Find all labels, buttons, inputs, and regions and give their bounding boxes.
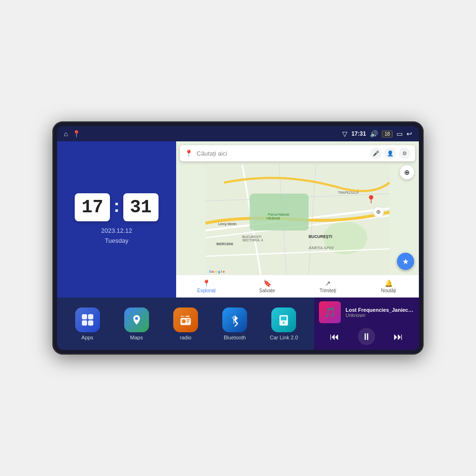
music-title: Lost Frequencies_Janieck Devy-...	[346, 307, 414, 313]
maps-status-icon[interactable]: 📍	[72, 130, 80, 138]
map-search-actions: 🎤 👤 ⚙	[370, 148, 410, 159]
svg-text:o: o	[215, 269, 218, 274]
apps-icon	[75, 307, 100, 332]
status-time: 17:31	[351, 130, 366, 137]
svg-text:BUCUREȘTI: BUCUREȘTI	[242, 235, 261, 239]
app-item-carlink[interactable]: Car Link 2.0	[268, 307, 299, 340]
more-btn[interactable]: ⚙	[399, 148, 410, 159]
svg-text:l: l	[221, 269, 222, 274]
app-item-apps[interactable]: Apps	[72, 307, 103, 340]
svg-text:ᛒ: ᛒ	[232, 315, 237, 325]
map-bottom-nav: 📍 Explorați 🔖 Salvate ↗ Trimiteți 🔔	[176, 275, 419, 298]
radio-icon: FM	[173, 307, 198, 332]
saved-label: Salvate	[259, 288, 275, 293]
maps-label: Maps	[130, 335, 143, 340]
signal-icon: ▽	[342, 130, 347, 138]
app-item-bluetooth[interactable]: ᛒ Bluetooth	[219, 307, 250, 340]
top-row: 17 : 31 2023.12.12 Tuesday 📍 Căutați aic…	[57, 141, 419, 298]
device-screen: ⌂ 📍 ▽ 17:31 🔊 18 ▭ ↩ 17 :	[57, 126, 419, 350]
account-btn[interactable]: 👤	[385, 148, 396, 159]
device-frame: ⌂ 📍 ▽ 17:31 🔊 18 ▭ ↩ 17 :	[52, 121, 424, 355]
music-info: Lost Frequencies_Janieck Devy-... Unknow…	[346, 307, 414, 318]
map-location-btn[interactable]: ★	[397, 253, 414, 270]
svg-point-33	[135, 317, 138, 320]
map-search-bar[interactable]: 📍 Căutați aici 🎤 👤 ⚙	[180, 145, 415, 161]
map-content-area: Parcul Natural Văcărești BERCENI BUCUREȘ…	[176, 164, 419, 275]
clock-display: 17 : 31	[75, 193, 158, 221]
radio-label: radio	[180, 335, 191, 340]
battery-icon: ▭	[397, 130, 403, 138]
svg-text:TRAPEZULUI: TRAPEZULUI	[338, 191, 358, 194]
bluetooth-label: Bluetooth	[224, 335, 246, 340]
svg-rect-36	[187, 319, 190, 320]
map-svg: Parcul Natural Văcărești BERCENI BUCUREȘ…	[176, 164, 419, 275]
saved-icon: 🔖	[263, 279, 271, 287]
status-bar: ⌂ 📍 ▽ 17:31 🔊 18 ▭ ↩	[57, 126, 419, 141]
map-nav-news[interactable]: 🔔 Noutăți	[358, 279, 419, 293]
map-compass-btn[interactable]: ⊕	[400, 165, 414, 179]
music-artist: Unknown	[346, 313, 414, 318]
svg-text:FM: FM	[182, 315, 186, 317]
main-content: 17 : 31 2023.12.12 Tuesday 📍 Căutați aic…	[57, 141, 419, 350]
svg-text:Văcărești: Văcărești	[266, 217, 280, 220]
map-nav-send[interactable]: ↗ Trimiteți	[298, 279, 358, 293]
explore-label: Explorați	[197, 288, 216, 293]
svg-text:G: G	[209, 269, 212, 274]
bluetooth-icon: ᛒ	[222, 307, 247, 332]
bottom-row: Apps Maps	[57, 298, 419, 350]
news-icon: 🔔	[385, 279, 393, 287]
battery-level: 18	[382, 130, 393, 138]
app-item-maps[interactable]: Maps	[121, 307, 152, 340]
clock-minute: 31	[123, 193, 159, 221]
apps-label: Apps	[81, 335, 93, 340]
svg-text:o: o	[212, 269, 215, 274]
carlink-icon	[271, 307, 296, 332]
prev-button[interactable]: ⏮	[326, 328, 343, 345]
app-item-radio[interactable]: FM radio	[170, 307, 201, 340]
news-label: Noutăți	[381, 288, 396, 293]
svg-text:Leroy Merlin: Leroy Merlin	[218, 222, 237, 226]
status-right-info: ▽ 17:31 🔊 18 ▭ ↩	[342, 130, 412, 138]
svg-rect-9	[249, 194, 308, 230]
volume-icon[interactable]: 🔊	[370, 130, 378, 138]
svg-point-35	[182, 319, 186, 323]
send-icon: ↗	[325, 279, 331, 287]
svg-text:g: g	[218, 269, 220, 274]
explore-icon: 📍	[202, 279, 210, 287]
svg-rect-30	[88, 314, 93, 319]
music-thumbnail: 🎵	[319, 301, 341, 323]
map-panel[interactable]: 📍 Căutați aici 🎤 👤 ⚙	[176, 141, 419, 298]
send-label: Trimiteți	[319, 288, 336, 293]
svg-text:JUDEȚUL ILFOV: JUDEȚUL ILFOV	[308, 246, 334, 250]
map-pin-icon: 📍	[185, 149, 193, 157]
clock-hour: 17	[75, 193, 110, 221]
svg-rect-42	[281, 317, 287, 320]
voice-search-btn[interactable]: 🎤	[370, 148, 382, 159]
next-button[interactable]: ⏭	[390, 328, 407, 345]
clock-colon: :	[114, 196, 119, 216]
map-nav-saved[interactable]: 🔖 Salvate	[237, 279, 298, 293]
svg-text:e: e	[223, 269, 225, 274]
clock-date: 2023.12.12 Tuesday	[101, 226, 132, 246]
svg-text:⊕: ⊕	[376, 208, 381, 215]
back-icon[interactable]: ↩	[407, 130, 412, 138]
apps-row: Apps Maps	[57, 298, 314, 350]
maps-icon	[124, 307, 149, 332]
carlink-label: Car Link 2.0	[270, 335, 298, 340]
status-left-icons: ⌂ 📍	[64, 130, 80, 138]
svg-text:Parcul Natural: Parcul Natural	[268, 213, 289, 216]
svg-rect-29	[82, 314, 87, 319]
play-pause-button[interactable]: ⏸	[358, 328, 375, 345]
map-nav-explore[interactable]: 📍 Explorați	[176, 279, 237, 293]
music-thumb-icon: 🎵	[324, 307, 336, 318]
home-icon[interactable]: ⌂	[64, 130, 68, 138]
svg-point-25	[369, 195, 373, 199]
music-player: 🎵 Lost Frequencies_Janieck Devy-... Unkn…	[314, 298, 419, 350]
music-top: 🎵 Lost Frequencies_Janieck Devy-... Unkn…	[319, 301, 414, 323]
svg-text:BUCUREȘTI: BUCUREȘTI	[308, 234, 332, 239]
clock-panel: 17 : 31 2023.12.12 Tuesday	[57, 141, 176, 298]
map-search-placeholder[interactable]: Căutați aici	[197, 150, 367, 157]
svg-point-43	[283, 322, 285, 324]
svg-rect-31	[82, 320, 87, 326]
svg-text:BERCENI: BERCENI	[217, 242, 233, 246]
